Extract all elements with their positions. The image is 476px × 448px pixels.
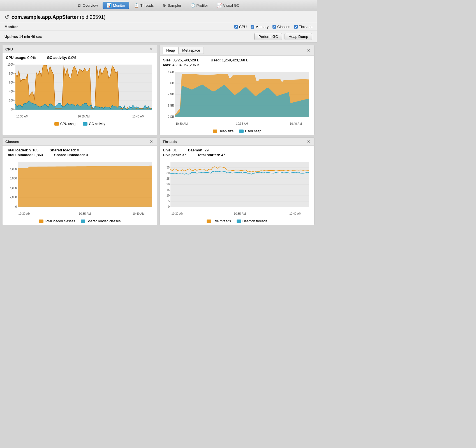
app-name: com.sample.app.AppStarter [11, 14, 78, 20]
live-label: Live: [163, 148, 172, 152]
gc-activity-legend-label: GC activity [89, 122, 105, 126]
heap-panel-close[interactable]: ✕ [306, 48, 311, 53]
cpu-usage-legend-label: CPU usage [60, 122, 77, 126]
cpu-panel: CPU ✕ CPU usage: 0.0% GC activity: 0.0% [2, 45, 157, 135]
cpu-panel-stats: CPU usage: 0.0% GC activity: 0.0% [3, 53, 157, 61]
tab-visual-gc[interactable]: 📈 Visual GC [213, 2, 244, 9]
shared-classes-swatch [81, 220, 85, 223]
profiler-icon: 🕐 [190, 3, 195, 8]
tab-sampler-label: Sampler [168, 3, 181, 8]
cpu-checkbox-text: CPU [239, 25, 247, 29]
live-peak-stat: Live peak: 37 [163, 153, 186, 157]
live-threads-swatch [207, 220, 211, 223]
cpu-panel-close[interactable]: ✕ [149, 47, 154, 51]
total-unloaded-val: 1,860 [34, 153, 43, 157]
perform-gc-button[interactable]: Perform GC [254, 33, 282, 40]
threads-panel-stats: Live: 31 Daemon: 29 Live peak: 37 Total … [160, 146, 314, 159]
threads-checkbox-text: Threads [299, 25, 312, 29]
tab-bar: 🖥 Overview 📊 Monitor 📋 Threads ⚙ Sampler… [0, 0, 317, 11]
cpu-legend: CPU usage GC activity [3, 121, 157, 128]
classes-panel-header: Classes ✕ [3, 138, 157, 146]
threads-panel-close[interactable]: ✕ [306, 139, 311, 144]
heap-chart-area [160, 69, 314, 128]
classes-chart-area [3, 159, 157, 218]
threads-chart [162, 160, 312, 216]
cpu-chart [5, 63, 155, 119]
heap-used-val: 1,259,423,168 B [222, 58, 248, 62]
app-title-bar: ↺ com.sample.app.AppStarter (pid 26591) [0, 11, 317, 23]
total-loaded-stat: Total loaded: 9,105 [6, 148, 38, 152]
monitor-checkboxes: CPU Memory Classes Threads [234, 25, 312, 29]
classes-panel-close[interactable]: ✕ [149, 139, 154, 144]
tab-monitor-label: Monitor [113, 3, 125, 8]
heap-tab[interactable]: Heap [163, 47, 179, 54]
daemon-stat: Daemon: 29 [188, 148, 209, 152]
heap-max-stat: Max: 4,294,967,296 B [163, 63, 199, 67]
tab-threads-label: Threads [140, 3, 154, 8]
heap-panel-header-right: ✕ [306, 48, 311, 53]
cpu-usage-label: CPU usage: [6, 56, 26, 60]
heap-used-legend-label: Used heap [245, 129, 261, 133]
tab-overview[interactable]: 🖥 Overview [73, 2, 102, 9]
total-classes-legend-label: Total loaded classes [45, 219, 75, 223]
uptime-text: Uptime: 14 min 49 sec [4, 34, 42, 39]
heap-size-swatch [213, 130, 217, 133]
heap-legend: Heap size Used heap [160, 128, 314, 135]
refresh-icon[interactable]: ↺ [4, 14, 9, 20]
tab-sampler[interactable]: ⚙ Sampler [158, 2, 185, 9]
cpu-chart-area [3, 61, 157, 121]
cpu-checkbox-label[interactable]: CPU [234, 25, 247, 29]
heap-panel-stats: Size: 3,725,590,528 B Used: 1,259,423,16… [160, 56, 314, 69]
memory-checkbox-label[interactable]: Memory [251, 25, 269, 29]
classes-checkbox[interactable] [272, 25, 276, 29]
tab-threads[interactable]: 📋 Threads [130, 2, 158, 9]
memory-checkbox[interactable] [251, 25, 254, 29]
threads-checkbox-label[interactable]: Threads [294, 25, 312, 29]
threads-legend: Live threads Daemon threads [160, 218, 314, 225]
uptime-label: Uptime: [4, 34, 18, 39]
monitor-icon: 📊 [107, 3, 112, 8]
classes-panel-stats: Total loaded: 9,105 Shared loaded: 0 Tot… [3, 146, 157, 159]
daemon-label: Daemon: [188, 148, 204, 152]
gc-activity-swatch [83, 122, 87, 126]
heap-max-val: 4,294,967,296 B [172, 63, 199, 67]
memory-checkbox-text: Memory [255, 25, 269, 29]
metaspace-tab[interactable]: Metaspace [179, 47, 204, 54]
heap-size-legend-label: Heap size [219, 129, 234, 133]
uptime-value-text: 14 min 49 sec [19, 34, 42, 39]
live-val: 31 [173, 148, 177, 152]
heap-panel-header: Heap Metaspace ✕ [160, 45, 314, 56]
panels-grid: CPU ✕ CPU usage: 0.0% GC activity: 0.0% [0, 43, 317, 227]
daemon-threads-swatch [237, 220, 241, 223]
cpu-checkbox[interactable] [234, 25, 238, 29]
classes-checkbox-label[interactable]: Classes [272, 25, 290, 29]
cpu-legend-gc: GC activity [83, 122, 105, 126]
heap-chart [162, 70, 312, 126]
visual-gc-icon: 📈 [217, 3, 222, 8]
sampler-icon: ⚙ [163, 3, 166, 8]
heap-panel: Heap Metaspace ✕ Size: 3,725,590,528 B U… [160, 45, 315, 135]
app-pid-value: (pid 26591) [80, 14, 105, 20]
heap-dump-button[interactable]: Heap Dump [285, 33, 312, 40]
uptime-bar: Uptime: 14 min 49 sec Perform GC Heap Du… [0, 31, 317, 43]
heap-used-swatch [239, 130, 244, 133]
monitor-toolbar: Monitor CPU Memory Classes Threads [0, 23, 317, 31]
cpu-panel-title: CPU [5, 47, 13, 51]
uptime-buttons: Perform GC Heap Dump [254, 33, 312, 40]
live-stat: Live: 31 [163, 148, 177, 152]
total-loaded-label: Total loaded: [6, 148, 28, 152]
live-peak-label: Live peak: [163, 153, 181, 157]
gc-activity-label: GC activity: [47, 56, 67, 60]
tab-monitor[interactable]: 📊 Monitor [103, 2, 129, 9]
cpu-panel-header-right: ✕ [149, 47, 154, 51]
threads-checkbox[interactable] [294, 25, 298, 29]
shared-loaded-val: 0 [77, 148, 79, 152]
heap-size-val: 3,725,590,528 B [173, 58, 199, 62]
live-threads-legend-label: Live threads [212, 219, 231, 223]
daemon-val: 29 [205, 148, 209, 152]
classes-panel: Classes ✕ Total loaded: 9,105 Shared loa… [2, 137, 157, 225]
tab-profiler[interactable]: 🕐 Profiler [186, 2, 212, 9]
shared-loaded-label: Shared loaded: [50, 148, 76, 152]
total-started-label: Total started: [197, 153, 220, 157]
total-unloaded-stat: Total unloaded: 1,860 [6, 153, 43, 157]
